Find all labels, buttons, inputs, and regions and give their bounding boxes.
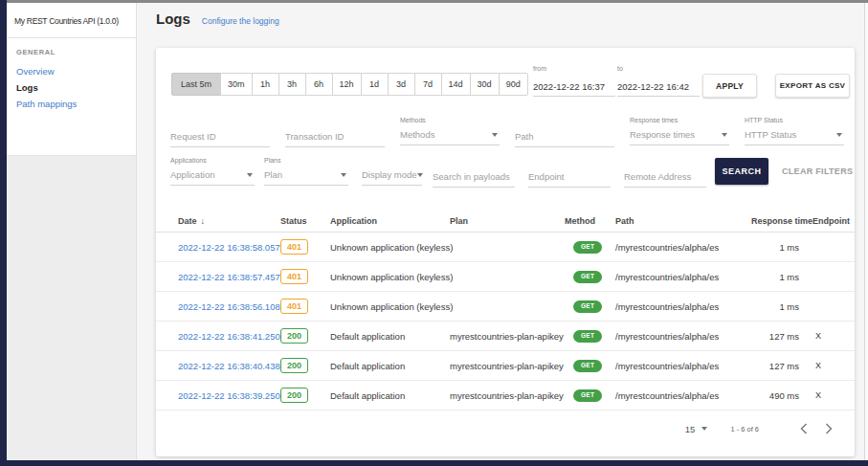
next-page-button[interactable] [816,419,841,438]
method-badge: GET [573,241,602,254]
response-times-select[interactable]: Response times [630,126,729,145]
table-header-method: Method [565,216,615,226]
table-row[interactable]: 2022-12-22 16:38:40.438 200 Default appl… [156,351,855,381]
scrollbar-track[interactable] [864,3,868,460]
log-date-link[interactable]: 2022-12-22 16:38:58.057 [178,242,280,253]
plans-field: Plans Plan [264,157,348,186]
path-cell: /myrestcountries/alpha/es [615,242,751,253]
log-date-link[interactable]: 2022-12-22 16:38:57.457 [178,272,280,282]
table-header-status: Status [280,216,330,226]
time-range-button-12h[interactable]: 12h [332,73,362,96]
previous-page-button[interactable] [791,419,816,438]
method-badge: GET [573,300,602,313]
applications-select[interactable]: Application [170,166,255,186]
chevron-down-icon [722,133,727,137]
endpoint-input[interactable] [528,168,611,188]
search-payloads-input[interactable] [433,168,515,188]
from-field: from [533,65,615,97]
table-row[interactable]: 2022-12-22 16:38:56.108 401 Unknown appl… [156,292,855,322]
chevron-down-icon [417,173,423,177]
display-mode-field: Display mode [362,157,422,186]
sidebar: My REST Countries API (1.0.0) GENERAL Ov… [7,3,137,460]
method-badge: GET [573,389,602,402]
methods-field: Methods Methods [400,117,500,145]
table-row[interactable]: 2022-12-22 16:38:57.457 401 Unknown appl… [156,262,855,292]
from-label: from [533,65,615,72]
log-date-link[interactable]: 2022-12-22 16:38:41.250 [178,331,280,342]
configure-logging-link[interactable]: Configure the logging [202,16,279,26]
response-time-cell: 1 ms [751,272,812,282]
time-range-button-7d[interactable]: 7d [414,73,442,96]
display-mode-select[interactable]: Display mode [362,166,422,186]
table-row[interactable]: 2022-12-22 16:38:58.057 401 Unknown appl… [156,233,855,262]
table-row[interactable]: 2022-12-22 16:38:39.250 200 Default appl… [156,381,855,411]
path-field [515,117,614,147]
time-range-button-3d[interactable]: 3d [388,73,415,96]
time-range-button-3h[interactable]: 3h [278,73,306,96]
path-cell: /myrestcountries/alpha/es [615,272,751,282]
time-range-button-14d[interactable]: 14d [441,73,471,96]
time-range-group: Last 5m 30m 1h 3h 6h 12h 1d 3d 7d 14d 30… [171,73,528,96]
plan-cell: myrestcountries-plan-apikey [450,390,565,401]
export-csv-button[interactable]: EXPORT AS CSV [775,74,850,98]
log-date-link[interactable]: 2022-12-22 16:38:40.438 [178,361,280,371]
response-time-cell: 1 ms [751,242,812,253]
transaction-id-input[interactable] [285,128,385,147]
table-row[interactable]: 2022-12-22 16:38:41.250 200 Default appl… [156,322,855,351]
http-status-select[interactable]: HTTP Status [745,126,844,145]
methods-select[interactable]: Methods [400,126,500,145]
sidebar-item-path-mappings[interactable]: Path mappings [7,96,136,112]
pagination-range-label: 1 - 6 of 6 [730,425,759,433]
applications-field: Applications Application [170,157,255,186]
method-badge: GET [573,330,602,343]
endpoint-field [528,157,611,188]
time-range-button-1h[interactable]: 1h [252,73,279,96]
chevron-down-icon [492,133,498,137]
plans-label: Plans [264,157,348,166]
application-cell: Default application [330,390,450,401]
response-time-cell: 490 ms [751,390,812,401]
application-cell: Unknown application (keyless) [330,301,450,312]
search-button[interactable]: SEARCH [715,158,768,185]
status-badge: 401 [280,239,308,255]
table-header-plan: Plan [450,216,565,226]
time-range-button-last-5m[interactable]: Last 5m [171,73,221,96]
table-header-path: Path [615,216,751,226]
logs-card: Last 5m 30m 1h 3h 6h 12h 1d 3d 7d 14d 30… [156,48,855,456]
time-range-button-90d[interactable]: 90d [499,73,528,96]
sidebar-item-logs[interactable]: Logs [7,79,136,96]
chevron-down-icon [701,427,707,431]
transaction-id-field [285,117,385,147]
page-header: Logs Configure the logging [156,11,279,27]
plans-select[interactable]: Plan [264,166,348,186]
plan-cell: myrestcountries-plan-apikey [450,331,565,342]
table-header-endpoint: Endpoint [812,216,855,226]
table-header-response-time: Response time [751,216,812,226]
table-header-application: Application [330,216,450,226]
sidebar-item-overview[interactable]: Overview [7,63,136,79]
path-cell: /myrestcountries/alpha/es [615,361,751,371]
time-range-button-6h[interactable]: 6h [305,73,333,96]
application-cell: Default application [330,361,450,371]
log-date-link[interactable]: 2022-12-22 16:38:56.108 [178,301,280,312]
time-range-button-30m[interactable]: 30m [220,73,253,96]
apply-button[interactable]: APPLY [702,74,757,98]
to-input[interactable] [617,79,700,97]
from-input[interactable] [533,79,615,97]
pagination: 15 1 - 6 of 6 [156,419,855,438]
endpoint-cell: X [812,361,855,370]
remote-address-input[interactable] [624,168,706,188]
page-size-select[interactable]: 15 [685,424,708,434]
table-header-date[interactable]: Date ↓ [178,216,280,226]
clear-filters-button[interactable]: CLEAR FILTERS [782,166,853,176]
time-range-button-1d[interactable]: 1d [361,73,389,96]
api-logs-screen: My REST Countries API (1.0.0) GENERAL Ov… [0,0,868,466]
collapsed-nav-strip [0,0,7,466]
http-status-label: HTTP Status [745,117,844,126]
window-top-edge [0,0,868,3]
log-date-link[interactable]: 2022-12-22 16:38:39.250 [178,390,280,401]
time-range-button-30d[interactable]: 30d [470,73,500,96]
request-id-input[interactable] [170,128,270,147]
path-input[interactable] [515,128,614,147]
table-header: Date ↓ Status Application Plan Method Pa… [156,211,855,233]
